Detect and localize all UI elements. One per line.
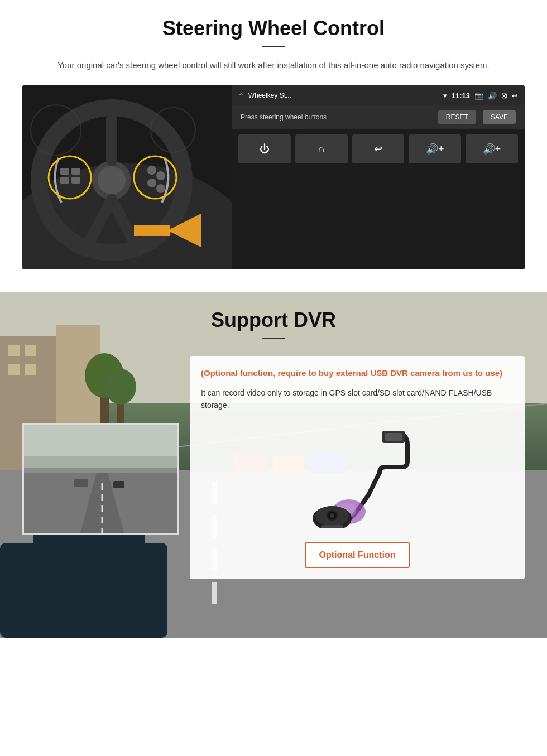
power-ctrl-btn[interactable]: ⏻: [238, 134, 291, 163]
statusbar-app-title: Wheelkey St...: [248, 92, 439, 99]
dvr-lower-content: (Optional function, require to buy exter…: [22, 356, 525, 579]
dvr-description: It can record video only to storage in G…: [201, 387, 514, 412]
statusbar-close-icon: ⊠: [501, 92, 507, 100]
svg-rect-13: [71, 177, 80, 184]
steering-wheel-photo: [22, 85, 232, 269]
reset-button[interactable]: RESET: [438, 110, 476, 124]
vol-up2-ctrl-btn[interactable]: 🔊+: [466, 134, 518, 163]
controls-header: Press steering wheel buttons RESET SAVE: [232, 105, 525, 129]
statusbar-vol-icon: 🔊: [488, 92, 497, 100]
svg-rect-10: [60, 168, 69, 175]
dvr-optional-text: (Optional function, require to buy exter…: [201, 367, 514, 380]
steering-demo-container: ⌂ Wheelkey St... ▾ 11:13 📷 🔊 ⊠ ↩ Press s…: [22, 85, 525, 269]
dvr-camera-illustration: [201, 420, 514, 536]
svg-rect-12: [60, 177, 69, 184]
statusbar-wifi-icon: ▾: [443, 92, 447, 100]
dvr-content: Support DVR: [0, 292, 547, 596]
statusbar-back-icon: ↩: [512, 92, 518, 100]
controls-label: Press steering wheel buttons: [241, 113, 431, 121]
home-ctrl-btn[interactable]: ⌂: [295, 134, 348, 163]
svg-rect-62: [321, 525, 343, 528]
dvr-preview-inner: [24, 425, 177, 533]
svg-point-4: [98, 166, 126, 194]
svg-rect-19: [134, 225, 170, 236]
dvr-title: Support DVR: [22, 309, 525, 332]
svg-point-15: [156, 171, 165, 180]
steering-section: Steering Wheel Control Your original car…: [0, 0, 547, 292]
back-ctrl-btn[interactable]: ↩: [352, 134, 405, 163]
svg-point-16: [147, 179, 156, 187]
steering-title: Steering Wheel Control: [22, 17, 525, 40]
steering-subtitle: Your original car's steering wheel contr…: [22, 59, 525, 72]
dvr-section: Support DVR: [0, 292, 547, 638]
save-button[interactable]: SAVE: [483, 110, 516, 124]
svg-point-61: [330, 513, 334, 518]
vol-up-ctrl-btn[interactable]: 🔊+: [409, 134, 461, 163]
control-button-row: ⏻ ⌂ ↩ 🔊+ 🔊+: [232, 129, 525, 169]
svg-rect-50: [113, 481, 124, 488]
dvr-cam-preview: [22, 423, 179, 535]
android-statusbar: ⌂ Wheelkey St... ▾ 11:13 📷 🔊 ⊠ ↩: [232, 85, 525, 105]
optional-function-button[interactable]: Optional Function: [305, 542, 410, 568]
android-ui-screen: ⌂ Wheelkey St... ▾ 11:13 📷 🔊 ⊠ ↩ Press s…: [232, 85, 525, 269]
android-screen-empty: [232, 169, 525, 269]
dvr-title-divider: [262, 338, 285, 339]
statusbar-cam-icon: 📷: [474, 92, 483, 100]
svg-rect-52: [24, 456, 177, 473]
statusbar-time: 11:13: [452, 92, 470, 100]
svg-point-17: [156, 184, 165, 193]
home-icon: ⌂: [238, 90, 244, 100]
svg-rect-11: [71, 168, 80, 175]
svg-point-14: [147, 166, 156, 175]
steering-title-divider: [262, 46, 285, 47]
svg-rect-49: [74, 479, 88, 487]
svg-rect-54: [385, 433, 402, 441]
dvr-info-card: (Optional function, require to buy exter…: [190, 356, 525, 579]
